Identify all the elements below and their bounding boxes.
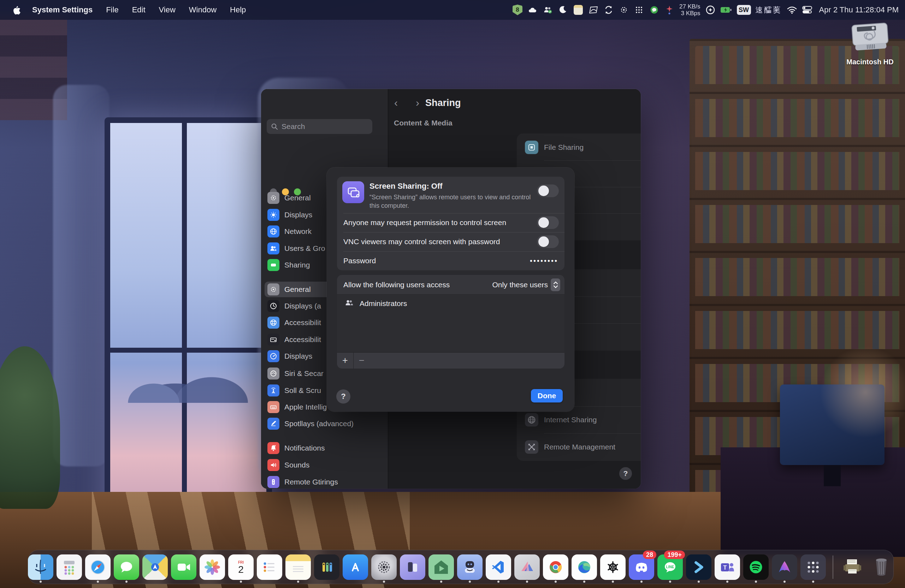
- dock-item-teams[interactable]: T: [714, 551, 740, 583]
- switcher-badge[interactable]: SW: [737, 4, 751, 16]
- dock-item-robot-chat[interactable]: [457, 551, 483, 583]
- sidebar-item-sounds[interactable]: Sounds: [265, 457, 384, 473]
- add-user-button[interactable]: +: [337, 353, 353, 369]
- spotify-icon: [743, 555, 768, 580]
- sketch-icon[interactable]: [588, 4, 599, 16]
- apple-menu-icon[interactable]: [9, 5, 25, 15]
- moon-icon[interactable]: [558, 4, 568, 16]
- network-speed[interactable]: 27 KB/s3 KBps: [679, 4, 700, 16]
- anyone-request-toggle[interactable]: [537, 216, 559, 229]
- dock-item-launchpad[interactable]: [800, 551, 826, 583]
- dock-item-vscode[interactable]: [486, 551, 511, 583]
- dock-item-facetime[interactable]: [171, 551, 197, 583]
- dock-item-iphone-mirroring[interactable]: [400, 551, 425, 583]
- dock-item-edge[interactable]: [572, 551, 597, 583]
- screen-sharing-header: Screen Sharing: Off “Screen Sharing” all…: [337, 177, 564, 213]
- sidebar-item-label: Displays: [284, 352, 312, 361]
- menu-item-help[interactable]: Help: [223, 5, 252, 14]
- sidebar-item-spotllays-advanced-[interactable]: Spotllays (advanced): [265, 416, 384, 431]
- photos-icon: [200, 555, 225, 580]
- macintosh-hd-icon[interactable]: Macintosh HD: [846, 21, 894, 66]
- spark-icon[interactable]: [664, 4, 675, 16]
- password-field[interactable]: ••••••••: [530, 257, 558, 265]
- contacts-check-icon[interactable]: [543, 4, 553, 16]
- dialog-help-button[interactable]: ?: [336, 389, 351, 404]
- dock-item-calculator[interactable]: [57, 551, 82, 583]
- forward-button[interactable]: ›: [411, 97, 424, 109]
- dock-item-printer[interactable]: [840, 551, 865, 583]
- dock-item-passwords[interactable]: [314, 551, 340, 583]
- calculator-icon: [57, 555, 82, 580]
- input-source[interactable]: 速醽薁: [756, 4, 782, 16]
- running-indicator: [240, 580, 242, 583]
- dock-item-notes[interactable]: [286, 551, 311, 583]
- menu-item-file[interactable]: File: [99, 5, 125, 14]
- globe-icon: [267, 226, 279, 237]
- dock-item-maps[interactable]: [142, 551, 168, 583]
- sidebar-item-remote-gtirings[interactable]: Remote Gtirings: [265, 474, 384, 489]
- search-input[interactable]: Search: [267, 119, 372, 134]
- back-button[interactable]: ‹: [390, 97, 402, 109]
- user-list-toolbar: + −: [337, 352, 564, 369]
- screen-sharing-icon: [342, 181, 364, 203]
- cleaner-icon[interactable]: [705, 4, 716, 16]
- dialog-title: Screen Sharing: Off: [370, 182, 443, 191]
- dock-item-safari[interactable]: [85, 551, 111, 583]
- vnc-toggle[interactable]: [537, 235, 559, 248]
- dock-item-system-settings[interactable]: [371, 551, 397, 583]
- arrow-app-icon: [686, 555, 711, 580]
- dock-item-reminders[interactable]: [257, 551, 282, 583]
- dock-item-home-play[interactable]: [429, 551, 454, 583]
- wifi-icon[interactable]: [787, 4, 797, 16]
- allowed-users-group: Allow the following users access Only th…: [337, 275, 564, 369]
- dots-grid-icon[interactable]: [634, 4, 644, 16]
- menu-item-view[interactable]: View: [152, 5, 182, 14]
- running-indicator: [554, 580, 557, 583]
- dock-item-finder[interactable]: [28, 551, 53, 583]
- notes-status-icon[interactable]: [573, 4, 584, 16]
- running-indicator: [726, 580, 729, 583]
- menu-item-window[interactable]: Window: [182, 5, 223, 14]
- menu-clock[interactable]: Apr 2 Thu 11:28:04 PM: [819, 4, 899, 16]
- line-status-icon[interactable]: [649, 4, 659, 16]
- gear-status-icon[interactable]: [619, 4, 629, 16]
- user-row-administrators[interactable]: Administrators: [337, 295, 564, 312]
- control-center-icon[interactable]: [802, 4, 813, 16]
- facetime-icon: [171, 555, 197, 580]
- dock-item-origami[interactable]: [514, 551, 540, 583]
- shield-icon[interactable]: 8: [512, 4, 523, 16]
- dock-item-trash[interactable]: [868, 551, 894, 583]
- stepper-icon[interactable]: [551, 278, 560, 291]
- dock-item-spotify[interactable]: [743, 551, 768, 583]
- allow-access-select[interactable]: Only these users: [492, 278, 560, 291]
- passwords-icon: [314, 555, 340, 580]
- siri-icon: [267, 367, 279, 380]
- dock-item-discord[interactable]: 28: [629, 551, 654, 583]
- dock-item-arrow-app[interactable]: [686, 551, 711, 583]
- dock-item-chatgpt[interactable]: [600, 551, 626, 583]
- menu-item-edit[interactable]: Edit: [125, 5, 152, 14]
- sidebar-item-label: Accessibilit: [284, 318, 321, 327]
- dock-item-line[interactable]: LINE199+: [657, 551, 683, 583]
- svg-text:LINE: LINE: [666, 565, 674, 569]
- dock-item-photos[interactable]: [200, 551, 225, 583]
- pane-help-button[interactable]: ?: [619, 467, 632, 480]
- card-icon: [267, 334, 279, 346]
- dock-item-calendar[interactable]: FRI2: [228, 551, 254, 583]
- screen-sharing-dialog: Screen Sharing: Off “Screen Sharing” all…: [327, 167, 574, 412]
- dock-item-app-store[interactable]: [343, 551, 368, 583]
- battery-icon[interactable]: [720, 4, 732, 16]
- cloud-icon[interactable]: [527, 4, 538, 16]
- dock-item-messages[interactable]: [114, 551, 139, 583]
- done-button[interactable]: Done: [531, 389, 563, 402]
- dock-item-chrome[interactable]: [543, 551, 568, 583]
- sidebar-item-notifications[interactable]: Notifications: [265, 440, 384, 456]
- menu-item-system-settings[interactable]: System Settings: [25, 5, 99, 14]
- remove-user-button[interactable]: −: [353, 353, 370, 369]
- dock-item-a-mountain[interactable]: [772, 551, 797, 583]
- inet-icon: [525, 413, 538, 426]
- sun-icon: [267, 209, 279, 221]
- screen-sharing-toggle[interactable]: [537, 184, 559, 197]
- sync-icon[interactable]: [603, 4, 614, 16]
- sidebar-item-label: General: [284, 194, 311, 202]
